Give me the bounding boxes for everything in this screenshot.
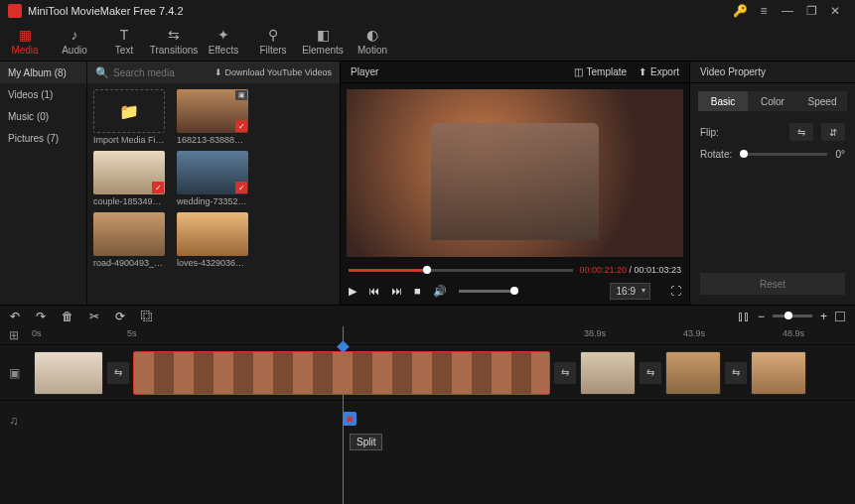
- timeline-tick: 48.9s: [783, 328, 804, 338]
- property-tab-speed[interactable]: Speed: [797, 91, 847, 111]
- prev-button[interactable]: ⏮: [368, 285, 379, 297]
- minimize-icon[interactable]: —: [776, 4, 799, 18]
- import-media-button[interactable]: 📁: [93, 89, 165, 133]
- undo-button[interactable]: ↶: [10, 310, 20, 323]
- timeline-clip[interactable]: [133, 351, 550, 395]
- download-youtube-link[interactable]: ⬇ Download YouTube Videos: [214, 67, 332, 77]
- speed-button[interactable]: ⟳: [115, 310, 125, 323]
- category-item[interactable]: Music (0): [0, 105, 86, 127]
- media-label: road-4900493_1280: [93, 258, 165, 268]
- split-tooltip: Split: [350, 434, 382, 450]
- delete-button[interactable]: 🗑: [62, 310, 73, 323]
- media-label: wedding-7335258_...: [177, 196, 248, 206]
- media-thumbnail[interactable]: [93, 212, 165, 256]
- rotate-value: 0°: [835, 149, 845, 160]
- export-button[interactable]: ⬆ Export: [639, 66, 679, 77]
- tool-media[interactable]: ▦Media: [0, 22, 50, 61]
- aspect-select[interactable]: 16:9: [610, 283, 650, 300]
- flip-label: Flip:: [700, 127, 719, 138]
- reset-button[interactable]: Reset: [700, 273, 845, 295]
- player-time: 00:00:21:20 / 00:01:03:23: [579, 265, 681, 275]
- search-input[interactable]: [113, 67, 203, 78]
- timeline-tick: 38.9s: [584, 328, 606, 338]
- media-thumbnail[interactable]: ✓: [177, 151, 248, 194]
- app-title: MiniTool MovieMaker Free 7.4.2: [28, 5, 728, 17]
- timeline-clip[interactable]: [751, 351, 806, 395]
- media-thumbnail[interactable]: [177, 212, 248, 256]
- volume-slider[interactable]: [459, 290, 518, 293]
- audio-track-icon: ♫: [0, 414, 28, 428]
- media-label: couple-1853499_12...: [93, 196, 165, 206]
- zoom-slider[interactable]: [773, 315, 812, 317]
- tool-motion[interactable]: ◐Motion: [348, 22, 397, 61]
- timeline-tick: 5s: [127, 328, 137, 338]
- close-icon[interactable]: ✕: [823, 4, 847, 18]
- zoom-in-button[interactable]: +: [820, 310, 827, 323]
- player-title: Player: [351, 66, 378, 77]
- media-label: Import Media Files: [93, 135, 165, 145]
- tool-elements[interactable]: ◧Elements: [298, 22, 348, 61]
- player-preview[interactable]: [347, 89, 683, 257]
- category-item[interactable]: Videos (1): [0, 83, 86, 105]
- flip-vertical-button[interactable]: ⇵: [821, 123, 845, 141]
- crop-button[interactable]: ⿻: [141, 310, 153, 323]
- add-track-icon[interactable]: ⊞: [0, 326, 28, 344]
- search-icon: 🔍: [95, 66, 109, 79]
- category-item[interactable]: Pictures (7): [0, 127, 86, 149]
- tool-transitions[interactable]: ⇆Transitions: [149, 22, 199, 61]
- timeline-tick: 0s: [32, 328, 42, 338]
- tool-filters[interactable]: ⚲Filters: [248, 22, 298, 61]
- app-logo: [8, 4, 22, 18]
- rotate-label: Rotate:: [700, 149, 732, 160]
- transition-slot[interactable]: ⇆: [725, 362, 747, 384]
- split-button[interactable]: ✂: [89, 310, 99, 323]
- video-track-icon: ▣: [0, 366, 28, 380]
- volume-icon[interactable]: 🔊: [433, 285, 447, 298]
- template-button[interactable]: ◫ Template: [574, 66, 628, 77]
- timeline-view-icon[interactable]: ⫿⫿: [738, 310, 750, 323]
- split-marker-icon[interactable]: ✖: [343, 412, 356, 426]
- player-progress[interactable]: [349, 269, 573, 272]
- play-button[interactable]: ▶: [349, 285, 356, 298]
- maximize-icon[interactable]: ❐: [799, 4, 823, 18]
- zoom-out-button[interactable]: −: [758, 310, 765, 323]
- redo-button[interactable]: ↷: [36, 310, 46, 323]
- tool-audio[interactable]: ♪Audio: [50, 22, 99, 61]
- media-label: 168213-838884062...: [177, 135, 248, 145]
- timeline-tick: 43.9s: [683, 328, 705, 338]
- transition-slot[interactable]: ⇆: [107, 362, 129, 384]
- fullscreen-button[interactable]: ⛶: [670, 285, 681, 297]
- property-tab-basic[interactable]: Basic: [698, 91, 748, 111]
- menu-icon[interactable]: ≡: [752, 4, 776, 18]
- fit-button[interactable]: [835, 312, 845, 321]
- timeline-clip[interactable]: [665, 351, 721, 395]
- flip-horizontal-button[interactable]: ⇋: [789, 123, 813, 141]
- next-button[interactable]: ⏭: [391, 285, 402, 297]
- property-tab-color[interactable]: Color: [748, 91, 797, 111]
- transition-slot[interactable]: ⇆: [640, 362, 661, 384]
- stop-button[interactable]: ■: [414, 285, 421, 297]
- license-key-icon[interactable]: 🔑: [728, 4, 752, 18]
- property-title: Video Property: [690, 62, 855, 83]
- timeline-clip[interactable]: [580, 351, 636, 395]
- media-thumbnail[interactable]: ▣✓: [177, 89, 248, 133]
- tool-text[interactable]: TText: [99, 22, 149, 61]
- rotate-slider[interactable]: [740, 153, 827, 156]
- media-thumbnail[interactable]: ✓: [93, 151, 165, 194]
- tool-effects[interactable]: ✦Effects: [199, 22, 248, 61]
- transition-slot[interactable]: ⇆: [554, 362, 576, 384]
- album-header: My Album (8): [0, 62, 86, 83]
- timeline-clip[interactable]: [34, 351, 103, 395]
- media-label: loves-4329036_1280: [177, 258, 248, 268]
